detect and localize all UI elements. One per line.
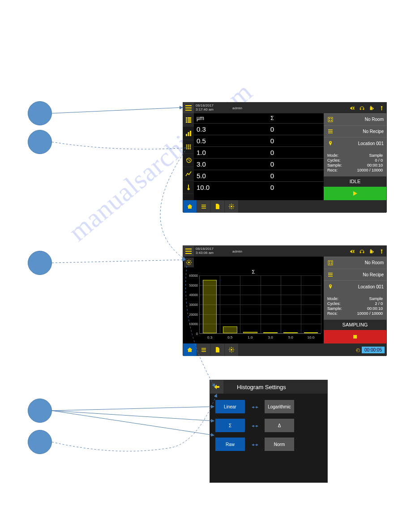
svg-rect-0 (185, 105, 192, 106)
svg-rect-35 (331, 120, 332, 121)
size-cell: 10.0 (197, 184, 223, 191)
tab-grid[interactable] (183, 140, 194, 154)
svg-line-68 (187, 261, 188, 261)
tab-thermometer[interactable] (183, 180, 194, 194)
list-button[interactable] (197, 343, 210, 356)
histogram-view: Σ 01000020000300004000050000600000.30.51… (183, 257, 324, 343)
stop-button[interactable] (324, 330, 386, 343)
home-button[interactable] (183, 200, 197, 213)
pump-icon[interactable] (367, 246, 377, 257)
settings-button[interactable] (225, 343, 238, 356)
svg-point-26 (188, 148, 189, 149)
svg-line-91 (233, 351, 233, 352)
tool-icon[interactable] (377, 103, 386, 113)
sigma-button[interactable]: Σ (215, 419, 245, 432)
recs-value: 10000 / 10000 (357, 311, 383, 316)
svg-marker-40 (353, 191, 357, 196)
location-row[interactable]: Location 001 (324, 280, 386, 292)
linear-button[interactable]: Linear (215, 400, 245, 413)
tab-line-chart[interactable] (183, 167, 194, 180)
svg-rect-1 (185, 107, 192, 108)
svg-point-30 (188, 188, 190, 190)
count-cell: 0 (223, 172, 321, 180)
headset-icon[interactable] (357, 246, 367, 257)
headset-icon[interactable] (357, 103, 367, 113)
menu-button[interactable] (183, 246, 194, 257)
file-button[interactable] (211, 200, 224, 213)
svg-line-96 (52, 411, 214, 421)
svg-rect-11 (188, 117, 191, 119)
tab-bar-chart[interactable] (183, 127, 194, 140)
svg-line-69 (190, 264, 191, 264)
norm-button[interactable]: Norm (265, 438, 294, 451)
logarithmic-button[interactable]: Logarithmic (265, 400, 294, 413)
settings-header: Histogram Settings (210, 380, 327, 394)
mode-value: Sample (369, 296, 383, 301)
room-row[interactable]: No Room (324, 113, 386, 125)
svg-rect-84 (201, 351, 206, 352)
svg-rect-31 (328, 117, 333, 122)
svg-rect-37 (328, 131, 333, 132)
list-button[interactable] (197, 200, 210, 213)
table-row: 0.30 (194, 123, 324, 135)
delta-button[interactable]: Δ (265, 419, 294, 432)
size-cell: 0.3 (197, 125, 223, 133)
svg-line-70 (187, 264, 188, 264)
mute-icon[interactable] (347, 103, 357, 113)
histogram-settings-button[interactable] (184, 257, 194, 267)
file-button[interactable] (211, 343, 224, 356)
back-button[interactable] (210, 380, 223, 394)
svg-rect-38 (328, 133, 333, 133)
location-icon (326, 139, 334, 147)
mute-icon[interactable] (347, 246, 357, 257)
svg-line-71 (190, 261, 191, 261)
svg-rect-59 (372, 251, 373, 252)
tool-icon[interactable] (377, 246, 386, 257)
stats-block: Mode:Sample Cycles:2 / 0 Sample:00:00:10… (324, 292, 386, 320)
device-screen-1: 08/18/2017 3:17:40 am admin µm Σ 0.30 (183, 102, 387, 212)
stats-block: Mode:Sample Cycles:0 / 0 Sample:00:00:10… (324, 149, 386, 176)
svg-rect-14 (186, 121, 187, 123)
tab-history[interactable] (183, 154, 194, 167)
svg-rect-12 (186, 119, 187, 120)
svg-point-19 (186, 144, 188, 146)
histogram-settings-panel: Histogram Settings Linear ◂---▸ Logarith… (210, 380, 328, 483)
room-row[interactable]: No Room (324, 257, 386, 269)
svg-rect-83 (201, 350, 206, 351)
svg-rect-72 (328, 261, 333, 265)
svg-rect-42 (201, 206, 206, 207)
svg-point-63 (188, 262, 190, 263)
svg-rect-17 (188, 132, 189, 136)
datetime: 08/18/2017 3:43:06 am (194, 247, 222, 255)
svg-rect-60 (370, 249, 371, 250)
recipe-row[interactable]: No Recipe (324, 125, 386, 137)
table-row: 5.00 (194, 170, 324, 181)
data-table-view: µm Σ 0.30 0.50 1.00 3.00 5.00 10.00 (194, 113, 324, 200)
callout-5 (28, 430, 52, 454)
timer-display: ◴ 00:00:05 (356, 347, 385, 353)
svg-rect-73 (329, 262, 330, 262)
svg-rect-2 (185, 110, 192, 111)
room-icon (326, 116, 334, 124)
home-button[interactable] (183, 343, 197, 356)
svg-point-80 (330, 285, 331, 286)
start-button[interactable] (324, 187, 386, 200)
status-label: IDLE (324, 176, 386, 187)
recipe-row[interactable]: No Recipe (324, 269, 386, 281)
left-view-tabs (183, 113, 194, 200)
svg-rect-29 (188, 184, 189, 188)
svg-rect-18 (190, 131, 191, 136)
bottom-bar (183, 200, 386, 213)
chart-title: Σ (186, 269, 321, 275)
room-icon (326, 259, 334, 267)
pump-icon[interactable] (367, 103, 377, 113)
menu-button[interactable] (183, 103, 194, 113)
tab-table[interactable] (183, 113, 194, 127)
location-row[interactable]: Location 001 (324, 137, 386, 149)
svg-rect-9 (381, 107, 382, 110)
callout-3 (28, 251, 52, 275)
toggle-arrows-icon: ◂---▸ (245, 442, 265, 447)
svg-line-95 (52, 407, 214, 411)
raw-button[interactable]: Raw (215, 438, 245, 451)
settings-button[interactable] (225, 200, 238, 213)
